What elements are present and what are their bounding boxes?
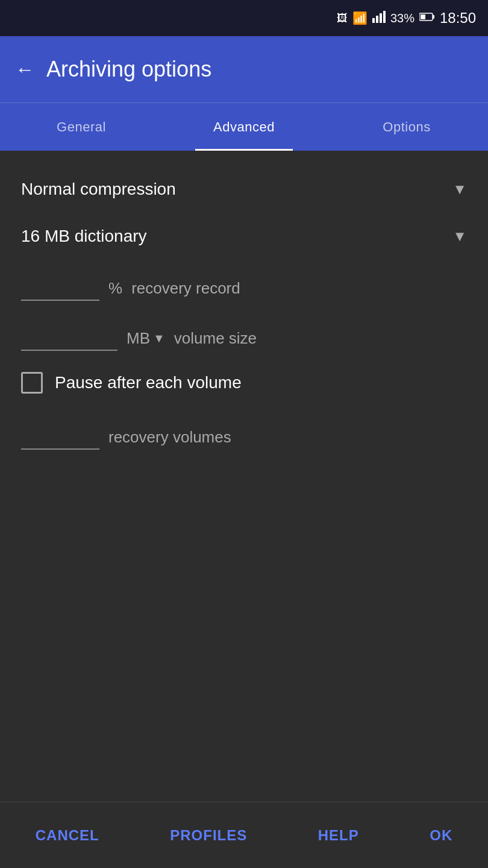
battery-icon <box>419 12 435 25</box>
volume-size-row: MB ▼ volume size <box>15 319 473 351</box>
dictionary-dropdown[interactable]: 16 MB dictionary ▼ <box>15 216 473 257</box>
compression-dropdown[interactable]: Normal compression ▼ <box>15 169 473 210</box>
mb-label: MB <box>127 329 150 348</box>
wifi-icon: 📶 <box>352 11 368 25</box>
tab-advanced[interactable]: Advanced <box>163 103 325 151</box>
app-bar: ← Archiving options <box>0 36 488 102</box>
svg-rect-5 <box>421 14 425 19</box>
compression-label: Normal compression <box>21 180 452 199</box>
tab-general[interactable]: General <box>0 103 163 151</box>
ok-button[interactable]: OK <box>418 818 465 853</box>
status-icons: 🖼 📶 33% 18:50 <box>337 10 476 27</box>
back-button[interactable]: ← <box>15 58 34 81</box>
svg-rect-1 <box>376 16 378 23</box>
svg-rect-3 <box>383 11 386 23</box>
dictionary-arrow: ▼ <box>452 228 467 245</box>
recovery-record-row: % recovery record <box>15 269 473 301</box>
profiles-button[interactable]: PROFILES <box>158 818 259 853</box>
svg-rect-2 <box>380 13 382 23</box>
bottom-bar: CANCEL PROFILES HELP OK <box>0 802 488 868</box>
mb-arrow: ▼ <box>153 332 165 345</box>
pause-checkbox-row[interactable]: Pause after each volume <box>15 360 473 406</box>
status-bar: 🖼 📶 33% 18:50 <box>0 0 488 36</box>
svg-rect-6 <box>433 15 434 19</box>
time-display: 18:50 <box>440 10 476 27</box>
tab-options[interactable]: Options <box>325 103 488 151</box>
tab-bar: General Advanced Options <box>0 102 488 151</box>
notification-icon: 🖼 <box>337 12 348 25</box>
page-title: Archiving options <box>46 57 211 82</box>
pause-checkbox[interactable] <box>21 372 43 394</box>
content-area: Normal compression ▼ 16 MB dictionary ▼ … <box>0 151 488 468</box>
recovery-record-input[interactable] <box>21 275 99 301</box>
recovery-volumes-row: recovery volumes <box>15 418 473 450</box>
battery-percent: 33% <box>390 11 414 25</box>
recovery-volumes-input[interactable] <box>21 424 99 450</box>
pause-label: Pause after each volume <box>55 373 242 392</box>
cancel-button[interactable]: CANCEL <box>23 818 111 853</box>
svg-rect-0 <box>372 18 375 23</box>
dictionary-label: 16 MB dictionary <box>21 227 452 246</box>
help-button[interactable]: HELP <box>306 818 371 853</box>
recovery-record-unit: % <box>108 279 122 298</box>
volume-size-input[interactable] <box>21 325 117 351</box>
mb-unit-dropdown[interactable]: MB ▼ <box>127 329 165 348</box>
signal-icon <box>372 11 386 26</box>
recovery-record-label: recovery record <box>131 279 240 298</box>
volume-size-label: volume size <box>174 329 257 348</box>
recovery-volumes-label: recovery volumes <box>108 428 231 447</box>
compression-arrow: ▼ <box>452 181 467 198</box>
